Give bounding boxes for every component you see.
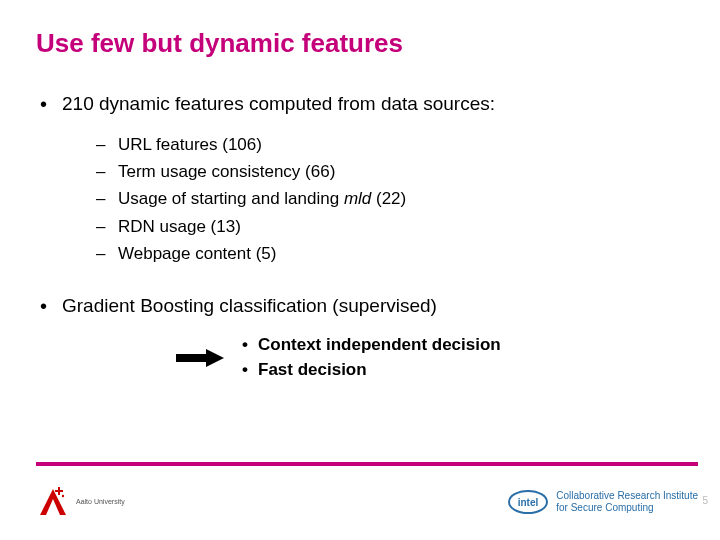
list-item: Term usage consistency (66) <box>96 158 684 185</box>
italic-term: mld <box>344 189 371 208</box>
list-item: Context independent decision <box>242 333 501 358</box>
divider <box>36 462 698 466</box>
aalto-mark-icon <box>36 485 70 519</box>
intel-cri-logo: intel Collaborative Research Institute f… <box>508 490 698 514</box>
list-item: URL features (106) <box>96 131 684 158</box>
list-item: Usage of starting and landing mld (22) <box>96 185 684 212</box>
bullet-classifier: Gradient Boosting classification (superv… <box>36 295 684 317</box>
bullet-features-count: 210 dynamic features computed from data … <box>36 93 684 115</box>
svg-text:intel: intel <box>518 497 539 508</box>
intel-logo-icon: intel <box>508 490 548 514</box>
feature-breakdown-list: URL features (106) Term usage consistenc… <box>96 131 684 267</box>
list-item: Webpage content (5) <box>96 240 684 267</box>
list-item: RDN usage (13) <box>96 213 684 240</box>
footer: Aalto University intel Collaborative Res… <box>36 476 698 528</box>
aalto-text: Aalto University <box>76 498 125 506</box>
slide-content: 210 dynamic features computed from data … <box>36 93 684 382</box>
list-item: Fast decision <box>242 358 501 383</box>
svg-rect-3 <box>55 490 63 492</box>
aalto-logo: Aalto University <box>36 485 125 519</box>
svg-marker-1 <box>206 349 224 367</box>
svg-rect-0 <box>176 354 206 362</box>
decision-properties: Context independent decision Fast decisi… <box>242 333 501 382</box>
intel-line1: Collaborative Research Institute <box>556 490 698 502</box>
slide: Use few but dynamic features 210 dynamic… <box>0 0 720 540</box>
intel-cri-text: Collaborative Research Institute for Sec… <box>556 490 698 514</box>
intel-line2: for Secure Computing <box>556 502 698 514</box>
page-number: 5 <box>702 495 708 506</box>
slide-title: Use few but dynamic features <box>36 28 684 59</box>
arrow-right-icon <box>176 349 224 367</box>
arrow-row: Context independent decision Fast decisi… <box>176 333 684 382</box>
svg-point-4 <box>62 495 64 497</box>
